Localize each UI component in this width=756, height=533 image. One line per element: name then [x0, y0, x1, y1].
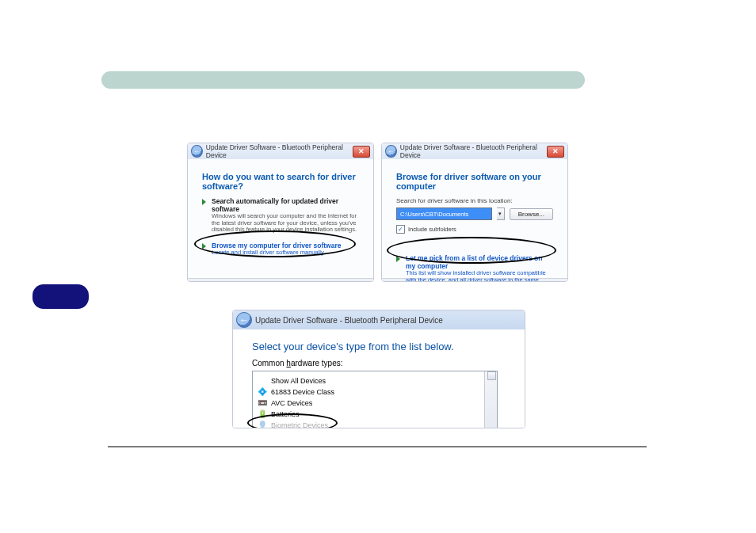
browse-button[interactable]: Browse... — [510, 208, 553, 220]
option-desc: This list will show installed driver sof… — [406, 270, 553, 282]
option-browse-computer[interactable]: Browse my computer for driver software L… — [202, 242, 359, 257]
option-auto-search[interactable]: Search automatically for updated driver … — [202, 197, 359, 234]
update-driver-window-3: ← Update Driver Software - Bluetooth Per… — [232, 310, 525, 428]
update-driver-window-2: ← Update Driver Software - Bluetooth Per… — [381, 143, 568, 282]
button-bar: Cancel — [188, 278, 373, 282]
window-body: How do you want to search for driver sof… — [188, 159, 373, 278]
close-icon[interactable]: ✕ — [547, 146, 564, 158]
battery-icon: 🔋 — [258, 409, 267, 419]
device-icon: 👤 — [258, 421, 267, 428]
option-title: Search automatically for updated driver … — [212, 197, 359, 213]
list-item[interactable]: Show All Devices — [258, 375, 492, 386]
update-driver-window-1: ← Update Driver Software - Bluetooth Per… — [187, 143, 374, 282]
common-hardware-label: Common hardware types: — [252, 359, 506, 367]
list-item-label: AVC Devices — [271, 399, 312, 407]
device-icon — [258, 376, 267, 386]
back-icon[interactable]: ← — [236, 312, 252, 328]
list-item[interactable]: 💠 61883 Device Class — [258, 386, 492, 398]
heading-search-method: How do you want to search for driver sof… — [202, 172, 359, 191]
device-icon: 💠 — [258, 387, 267, 397]
checkbox-label: Include subfolders — [408, 226, 456, 233]
device-icon: 📼 — [258, 398, 267, 408]
list-item[interactable]: 📼 AVC Devices — [258, 398, 492, 409]
window-body: Select your device's type from the list … — [233, 329, 525, 428]
chevron-down-icon[interactable]: ▾ — [497, 207, 505, 220]
search-location-label: Search for driver software in this locat… — [396, 197, 553, 204]
header-pill — [101, 71, 585, 89]
option-title: Let me pick from a list of device driver… — [406, 254, 553, 270]
include-subfolders-checkbox[interactable]: ✓ Include subfolders — [396, 225, 553, 234]
device-type-list[interactable]: Show All Devices 💠 61883 Device Class 📼 … — [252, 371, 498, 428]
close-icon[interactable]: ✕ — [353, 146, 370, 158]
list-item-label: Biometric Devices — [271, 421, 328, 428]
titlebar: ← Update Driver Software - Bluetooth Per… — [382, 143, 567, 159]
list-item[interactable]: 🔋 Batteries — [258, 409, 492, 420]
scrollbar[interactable] — [484, 371, 497, 428]
option-desc: Locate and install driver software manua… — [212, 249, 359, 257]
path-input[interactable]: C:\Users\CBT\Documents — [396, 207, 492, 220]
titlebar: ← Update Driver Software - Bluetooth Per… — [188, 143, 373, 159]
window-title: Update Driver Software - Bluetooth Perip… — [400, 143, 547, 159]
heading-browse: Browse for driver software on your compu… — [396, 172, 553, 191]
footer-divider — [108, 446, 647, 447]
option-desc: Windows will search your computer and th… — [212, 213, 359, 234]
list-item-label: Show All Devices — [271, 377, 326, 385]
side-blue-pill — [32, 284, 89, 309]
titlebar: ← Update Driver Software - Bluetooth Per… — [233, 310, 525, 329]
window-title: Update Driver Software - Bluetooth Perip… — [255, 316, 443, 325]
path-row: C:\Users\CBT\Documents ▾ Browse... — [396, 207, 553, 220]
window-title: Update Driver Software - Bluetooth Perip… — [206, 143, 353, 159]
checkmark-icon: ✓ — [396, 225, 405, 234]
window-body: Browse for driver software on your compu… — [382, 159, 567, 278]
list-item-label: 61883 Device Class — [271, 388, 334, 396]
option-pick-from-list[interactable]: Let me pick from a list of device driver… — [396, 254, 553, 282]
heading-select-type: Select your device's type from the list … — [252, 341, 506, 352]
back-icon[interactable]: ← — [385, 145, 397, 158]
list-item-label: Batteries — [271, 410, 300, 418]
list-item[interactable]: 👤 Biometric Devices — [258, 420, 492, 428]
back-icon[interactable]: ← — [191, 145, 203, 158]
